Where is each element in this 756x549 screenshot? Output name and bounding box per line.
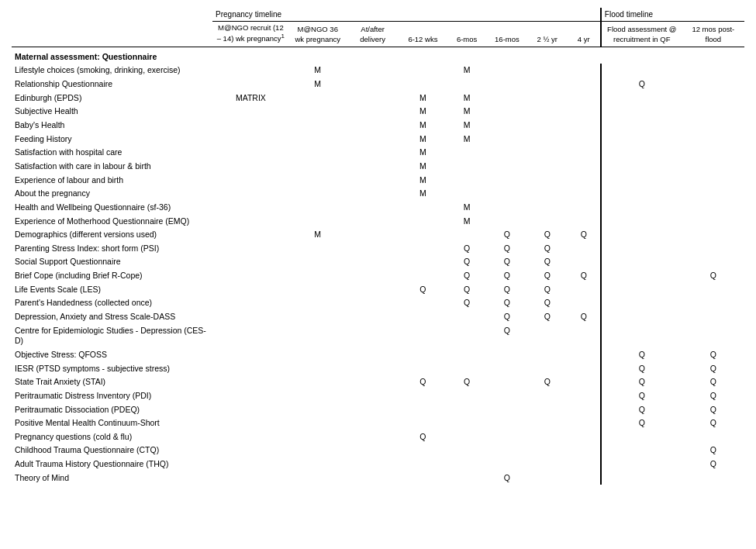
col-6_12-cell bbox=[399, 471, 447, 485]
col-6mos-cell bbox=[447, 403, 487, 417]
table-row: Social Support QuestionnaireQQQ bbox=[12, 255, 744, 269]
table-row: Childhood Trauma Questionnaire (CTQ)Q bbox=[12, 444, 744, 458]
col-12mos-cell bbox=[682, 64, 744, 78]
col-2half-cell: Q bbox=[527, 310, 568, 324]
col-16mos-cell bbox=[487, 348, 527, 362]
col-6_12-cell bbox=[399, 296, 447, 310]
col-16mos-cell bbox=[487, 119, 527, 133]
col-preg2-cell bbox=[289, 310, 347, 324]
col-6_12-cell: Q bbox=[399, 430, 447, 444]
col-delivery-cell bbox=[347, 119, 399, 133]
table-row: Depression, Anxiety and Stress Scale-DAS… bbox=[12, 310, 744, 324]
col-16mos-cell bbox=[487, 78, 527, 92]
col-flood-cell bbox=[601, 187, 682, 201]
col-flood-cell bbox=[601, 146, 682, 160]
table-row: Satisfaction with care in labour & birth… bbox=[12, 160, 744, 174]
col-6mos-cell: Q bbox=[447, 242, 487, 256]
col-preg1-cell bbox=[212, 133, 289, 147]
col-12mos-cell bbox=[682, 310, 744, 324]
col-preg1-cell bbox=[212, 348, 289, 362]
table-row: Demographics (different versions used)MQ… bbox=[12, 228, 744, 242]
col-12mos-cell bbox=[682, 228, 744, 242]
col-flood-cell bbox=[601, 174, 682, 188]
col-delivery-cell bbox=[347, 458, 399, 471]
col-16mos-cell bbox=[487, 187, 527, 201]
col-6mos-cell bbox=[447, 146, 487, 160]
row-label: Parent's Handedness (collected once) bbox=[12, 296, 212, 310]
row-label: Centre for Epidemiologic Studies - Depre… bbox=[12, 324, 212, 348]
col-flood-cell bbox=[601, 133, 682, 147]
col-preg1-cell bbox=[212, 283, 289, 297]
col-16mos-cell bbox=[487, 92, 527, 105]
col-preg2-cell bbox=[289, 201, 347, 215]
col-6_12-cell: M bbox=[399, 146, 447, 160]
pregnancy-timeline-header: Pregnancy timeline bbox=[212, 8, 601, 22]
col-preg1-cell bbox=[212, 389, 289, 403]
col-4yr-cell bbox=[568, 187, 601, 201]
col-flood-cell bbox=[601, 324, 682, 348]
row-label: IESR (PTSD symptoms - subjective stress) bbox=[12, 362, 212, 376]
col-6_12-cell bbox=[399, 403, 447, 417]
col-delivery-cell bbox=[347, 78, 399, 92]
col-4yr-cell bbox=[568, 92, 601, 105]
col-4yr-cell bbox=[568, 215, 601, 229]
col-preg2-cell bbox=[289, 444, 347, 458]
col-6_12-cell bbox=[399, 389, 447, 403]
col-delivery-cell bbox=[347, 403, 399, 417]
col-16mos-cell bbox=[487, 160, 527, 174]
col-12mos-cell: Q bbox=[682, 416, 744, 430]
row-label: Childhood Trauma Questionnaire (CTQ) bbox=[12, 444, 212, 458]
col-preg1-cell bbox=[212, 310, 289, 324]
col-preg1-cell: MATRIX bbox=[212, 92, 289, 105]
col-4yr-cell bbox=[568, 242, 601, 256]
col-6mos-cell bbox=[447, 187, 487, 201]
row-label: Objective Stress: QFOSS bbox=[12, 348, 212, 362]
col-2half-cell bbox=[527, 201, 568, 215]
table-row: IESR (PTSD symptoms - subjective stress)… bbox=[12, 362, 744, 376]
col-delivery-cell bbox=[347, 133, 399, 147]
col-2half-cell bbox=[527, 471, 568, 485]
col-label-subheader bbox=[12, 22, 212, 47]
col-6mos-cell bbox=[447, 444, 487, 458]
col-12mos-cell bbox=[682, 296, 744, 310]
col-preg2-cell bbox=[289, 458, 347, 471]
col-6mos-cell bbox=[447, 430, 487, 444]
col-6mos-cell bbox=[447, 228, 487, 242]
col-2half-cell bbox=[527, 348, 568, 362]
col-flood-cell bbox=[601, 444, 682, 458]
col-16mos-cell bbox=[487, 174, 527, 188]
col-2half-cell bbox=[527, 389, 568, 403]
col-preg1-cell bbox=[212, 201, 289, 215]
row-label: State Trait Anxiety (STAI) bbox=[12, 375, 212, 389]
col-6_12-cell bbox=[399, 269, 447, 283]
table-row: Feeding HistoryMM bbox=[12, 133, 744, 147]
col-delivery-cell bbox=[347, 160, 399, 174]
col-delivery-cell bbox=[347, 64, 399, 78]
row-label: Baby's Health bbox=[12, 119, 212, 133]
col-delivery-cell bbox=[347, 471, 399, 485]
col-preg2-cell bbox=[289, 174, 347, 188]
table-row: Positive Mental Health Continuum-ShortQQ bbox=[12, 416, 744, 430]
col-delivery-header: At/after delivery bbox=[347, 22, 399, 47]
col-6_12-cell bbox=[399, 324, 447, 348]
col-12mos-cell bbox=[682, 242, 744, 256]
col-delivery-cell bbox=[347, 348, 399, 362]
page-container: Pregnancy timeline Flood timeline M@NGO … bbox=[0, 0, 756, 492]
col-12mos-cell bbox=[682, 324, 744, 348]
col-flood-cell: Q bbox=[601, 362, 682, 376]
col-6mos-cell bbox=[447, 324, 487, 348]
col-16mos-cell bbox=[487, 215, 527, 229]
col-16mos-cell: Q bbox=[487, 269, 527, 283]
col-2half-cell bbox=[527, 458, 568, 471]
col-flood-cell bbox=[601, 228, 682, 242]
col-12mos-cell: Q bbox=[682, 269, 744, 283]
col-6mos-cell bbox=[447, 389, 487, 403]
top-header-row: Pregnancy timeline Flood timeline bbox=[12, 8, 744, 22]
col-16mos-cell: Q bbox=[487, 310, 527, 324]
col-16mos-cell: Q bbox=[487, 242, 527, 256]
col-6mos-header: 6-mos bbox=[447, 22, 487, 47]
row-label: Life Events Scale (LES) bbox=[12, 283, 212, 297]
col-preg1-cell bbox=[212, 242, 289, 256]
col-4yr-cell bbox=[568, 133, 601, 147]
col-preg1-cell bbox=[212, 416, 289, 430]
